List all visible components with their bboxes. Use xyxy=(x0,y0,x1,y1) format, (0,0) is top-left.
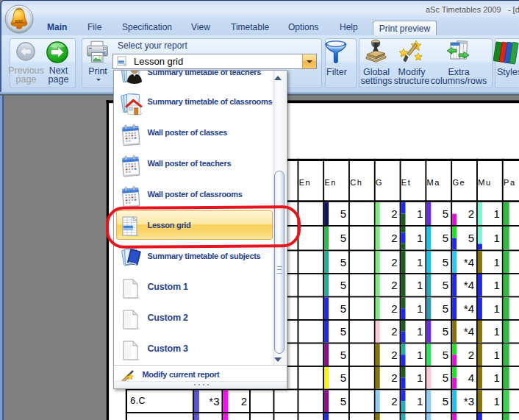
svg-text:2: 2 xyxy=(391,232,397,244)
svg-text:1: 1 xyxy=(493,302,499,315)
svg-text:En: En xyxy=(324,178,337,187)
svg-text:2: 2 xyxy=(241,395,247,407)
svg-text:5: 5 xyxy=(443,395,448,407)
svg-text:1: 1 xyxy=(493,395,499,407)
svg-text:5: 5 xyxy=(340,256,346,268)
svg-text:5: 5 xyxy=(443,279,448,291)
svg-text:1: 1 xyxy=(417,349,423,361)
svg-text:1: 1 xyxy=(493,207,499,220)
svg-text:5: 5 xyxy=(340,302,346,315)
svg-text:2: 2 xyxy=(391,302,397,315)
svg-text:1: 1 xyxy=(493,371,499,384)
svg-text:1: 1 xyxy=(493,349,499,361)
svg-text:5: 5 xyxy=(340,371,346,384)
svg-text:1: 1 xyxy=(417,232,423,244)
svg-text:5: 5 xyxy=(443,349,448,361)
svg-text:2: 2 xyxy=(468,207,474,220)
svg-text:2: 2 xyxy=(391,395,397,407)
svg-text:1: 1 xyxy=(493,325,499,338)
svg-text:5: 5 xyxy=(443,256,448,268)
svg-text:1: 1 xyxy=(493,279,499,291)
svg-text:2: 2 xyxy=(391,325,397,338)
svg-text:1: 1 xyxy=(417,371,423,384)
svg-text:1: 1 xyxy=(417,207,423,220)
svg-text:Ma: Ma xyxy=(427,178,440,187)
svg-text:5: 5 xyxy=(443,302,448,315)
svg-text:Pa: Pa xyxy=(504,178,516,187)
svg-text:Et: Et xyxy=(401,178,412,187)
svg-text:1: 1 xyxy=(417,302,423,315)
svg-text:5: 5 xyxy=(340,232,346,244)
svg-text:2: 2 xyxy=(391,279,397,291)
svg-text:G: G xyxy=(376,178,383,187)
svg-text:2: 2 xyxy=(391,207,397,220)
svg-text:5: 5 xyxy=(340,395,346,407)
svg-text:5: 5 xyxy=(340,349,346,361)
svg-text:1: 1 xyxy=(417,256,423,268)
svg-text:2: 2 xyxy=(391,371,397,384)
svg-text:*3: *3 xyxy=(464,395,474,407)
svg-text:Ch: Ch xyxy=(350,178,362,187)
svg-text:2: 2 xyxy=(391,256,397,268)
svg-text:5: 5 xyxy=(468,232,474,244)
svg-text:1: 1 xyxy=(417,325,423,338)
svg-text:Mu: Mu xyxy=(478,178,491,187)
svg-text:5: 5 xyxy=(443,371,448,384)
svg-text:5: 5 xyxy=(340,207,346,220)
svg-text:2: 2 xyxy=(391,349,397,361)
svg-text:*4: *4 xyxy=(464,279,474,291)
svg-text:2: 2 xyxy=(468,349,474,361)
svg-text:asc: asc xyxy=(15,18,24,24)
svg-text:*4: *4 xyxy=(464,256,474,268)
svg-text:*4: *4 xyxy=(464,302,474,315)
svg-text:*3: *3 xyxy=(209,395,219,407)
svg-text:4: 4 xyxy=(468,371,474,384)
svg-text:5: 5 xyxy=(443,232,448,244)
svg-text:1: 1 xyxy=(493,256,499,268)
svg-text:En: En xyxy=(299,178,312,187)
svg-text:1: 1 xyxy=(417,279,423,291)
svg-text:Ge: Ge xyxy=(452,178,465,187)
svg-text:1: 1 xyxy=(493,232,499,244)
svg-text:5: 5 xyxy=(443,325,448,338)
svg-text:5: 5 xyxy=(443,207,448,220)
svg-text:1: 1 xyxy=(417,395,423,407)
svg-text:5: 5 xyxy=(340,325,346,338)
svg-text:6.C: 6.C xyxy=(130,396,146,406)
svg-text:*4: *4 xyxy=(464,325,474,338)
svg-text:5: 5 xyxy=(340,279,346,291)
